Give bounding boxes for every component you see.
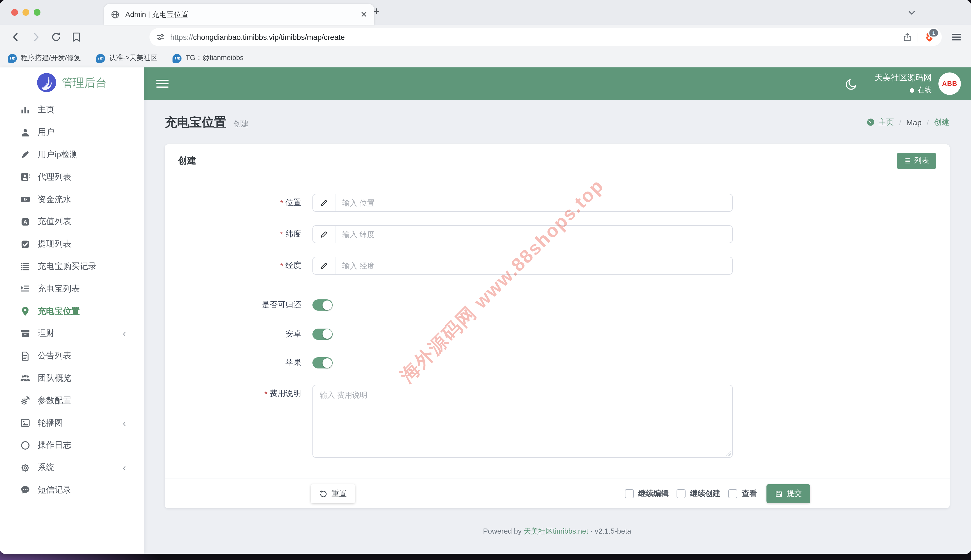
sidebar-item-充电宝列表[interactable]: 充电宝列表: [0, 278, 144, 300]
page-viewport: 管理后台 主页用户用户ip检测代理列表资金流水充值列表提现列表充电宝购买记录充电…: [0, 67, 971, 554]
pencil-icon: [320, 230, 328, 238]
input-prefix: [313, 194, 335, 211]
create-form: *位置*纬度*经度是否可归还安卓苹果*费用说明: [165, 177, 949, 478]
close-tab-icon[interactable]: ✕: [360, 10, 367, 18]
required-asterisk-icon: *: [280, 230, 283, 239]
page-subtitle: 创建: [233, 119, 249, 129]
chevron-left-icon: ‹: [123, 418, 126, 428]
brave-shield-icon[interactable]: 1: [924, 32, 935, 43]
list-icon: [904, 157, 911, 164]
dark-mode-moon-icon[interactable]: [846, 78, 858, 90]
chat-icon: [20, 485, 30, 495]
view-checkbox[interactable]: 查看: [728, 489, 757, 499]
tab-overflow-chevron-icon[interactable]: [908, 8, 916, 17]
sidebar-item-操作日志[interactable]: 操作日志: [0, 434, 144, 457]
field-label: *位置: [165, 198, 301, 208]
field-label-text: 经度: [285, 261, 301, 271]
sidebar-item-团队概览[interactable]: 团队概览: [0, 367, 144, 390]
continue-edit-checkbox[interactable]: 继续编辑: [625, 489, 669, 499]
browser-tab[interactable]: Admin | 充电宝位置 ✕: [104, 4, 374, 25]
sidebar-item-label: 提现列表: [38, 239, 72, 249]
brand: 管理后台: [0, 67, 144, 98]
bookmark-item-1[interactable]: Tm程序搭建/开发/修复: [8, 53, 81, 63]
browser-menu-icon[interactable]: [951, 32, 962, 43]
apple-toggle[interactable]: [312, 357, 333, 368]
android-toggle[interactable]: [312, 328, 333, 340]
back-icon[interactable]: [10, 32, 22, 43]
sidebar-item-label: 充电宝列表: [38, 283, 80, 294]
forward-icon[interactable]: [30, 32, 42, 43]
image-icon: [20, 418, 30, 428]
field-label: 安卓: [165, 329, 301, 339]
sidebar-item-label: 团队概览: [38, 373, 72, 383]
gears-icon: [20, 396, 30, 406]
chevron-left-icon: ‹: [123, 329, 126, 338]
sidebar-item-轮播图[interactable]: 轮播图‹: [0, 412, 144, 434]
minimize-window-button[interactable]: [22, 9, 29, 16]
latitude-input[interactable]: [335, 226, 732, 243]
sidebar-item-理财[interactable]: 理财‹: [0, 322, 144, 345]
bookmark-item-3[interactable]: TmTG：@tianmeibbs: [173, 53, 244, 63]
share-icon[interactable]: [903, 32, 912, 42]
card-footer: 重置 继续编辑继续创建查看 提交: [165, 478, 949, 508]
tm-favicon-icon: Tm: [8, 53, 17, 63]
app-header: 天美社区源码网 在线 ABB: [144, 67, 971, 100]
sidebar-item-充值列表[interactable]: 充值列表: [0, 211, 144, 233]
form-row-longitude: *经度: [165, 257, 949, 275]
feather-icon: [20, 150, 30, 160]
sidebar-item-提现列表[interactable]: 提现列表: [0, 233, 144, 255]
sidebar-toggle-icon[interactable]: [156, 78, 169, 90]
list-icon: [20, 262, 30, 272]
returnable-toggle[interactable]: [312, 299, 333, 311]
field-label-text: 是否可归还: [262, 300, 301, 310]
zoom-window-button[interactable]: [34, 9, 40, 16]
sidebar-item-参数配置[interactable]: 参数配置: [0, 390, 144, 412]
breadcrumb-home[interactable]: 主页: [866, 117, 894, 127]
required-asterisk-icon: *: [264, 389, 267, 398]
longitude-input[interactable]: [335, 257, 732, 274]
bars-icon: [20, 105, 30, 115]
location-input[interactable]: [335, 194, 732, 211]
reset-button[interactable]: 重置: [311, 484, 355, 503]
close-window-button[interactable]: [11, 9, 18, 16]
main-area: 天美社区源码网 在线 ABB 充电宝位置: [144, 67, 971, 554]
sidebar-item-短信记录[interactable]: 短信记录: [0, 479, 144, 501]
bookmark-icon[interactable]: [71, 32, 82, 43]
sidebar-item-用户[interactable]: 用户: [0, 121, 144, 144]
reload-icon[interactable]: [50, 32, 62, 43]
url-text: https://chongdianbao.timibbs.vip/timibbs…: [170, 33, 903, 41]
required-asterisk-icon: *: [280, 198, 283, 207]
page-footer: Powered by 天美社区timibbs.net · v2.1.5-beta: [165, 508, 949, 554]
field-label-text: 安卓: [285, 329, 301, 339]
sidebar-item-主页[interactable]: 主页: [0, 99, 144, 121]
browser-window: Admin | 充电宝位置 ✕ + https://chongdianbao.t…: [0, 0, 971, 554]
site-controls-icon[interactable]: [156, 33, 165, 42]
bookmark-item-2[interactable]: Tm认准->天美社区: [96, 53, 158, 63]
field-label: *经度: [165, 261, 301, 271]
tm-favicon-icon: Tm: [96, 53, 105, 63]
sidebar-item-公告列表[interactable]: 公告列表: [0, 345, 144, 367]
sidebar-item-label: 用户ip检测: [38, 149, 78, 160]
new-tab-button[interactable]: +: [373, 5, 380, 18]
footer-link[interactable]: 天美社区timibbs.net: [524, 526, 588, 536]
list-button[interactable]: 列表: [897, 152, 936, 169]
tab-title: Admin | 充电宝位置: [125, 9, 356, 19]
url-bar[interactable]: https://chongdianbao.timibbs.vip/timibbs…: [150, 28, 942, 46]
sidebar-item-代理列表[interactable]: 代理列表: [0, 166, 144, 188]
submit-button[interactable]: 提交: [766, 484, 810, 503]
sidebar-item-用户ip检测[interactable]: 用户ip检测: [0, 143, 144, 166]
breadcrumb: 主页 / Map / 创建: [866, 117, 949, 127]
continue-create-checkbox[interactable]: 继续创建: [677, 489, 721, 499]
sidebar-item-系统[interactable]: 系统‹: [0, 457, 144, 479]
sidebar-item-充电宝位置[interactable]: 充电宝位置: [0, 300, 144, 322]
sidebar-item-label: 资金流水: [38, 194, 72, 205]
avatar[interactable]: ABB: [938, 72, 961, 95]
card-icon: [20, 172, 30, 182]
brand-name: 管理后台: [62, 75, 107, 90]
pencil-icon: [320, 262, 328, 270]
reset-icon: [319, 490, 328, 498]
fee-description-textarea[interactable]: [312, 385, 733, 458]
sidebar-item-资金流水[interactable]: 资金流水: [0, 188, 144, 211]
divider: [918, 33, 918, 42]
sidebar-item-充电宝购买记录[interactable]: 充电宝购买记录: [0, 255, 144, 278]
